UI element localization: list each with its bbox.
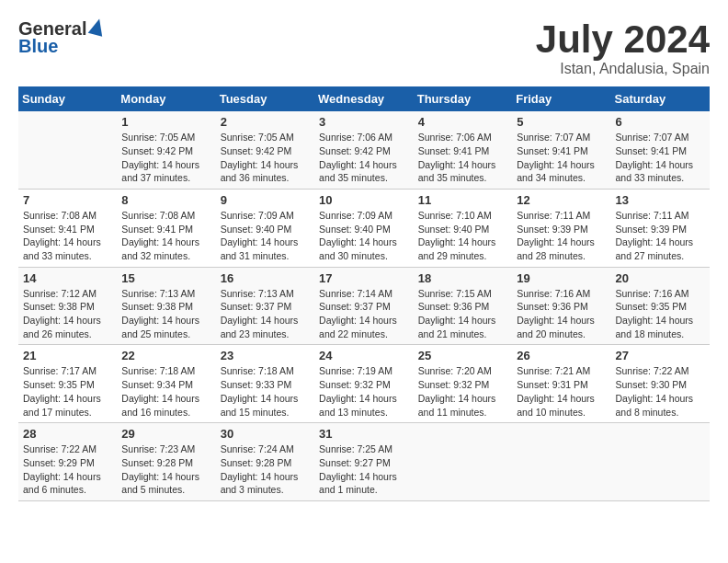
day-info: Sunrise: 7:08 AM Sunset: 9:41 PM Dayligh… [23,209,112,263]
day-info: Sunrise: 7:07 AM Sunset: 9:41 PM Dayligh… [517,131,606,185]
logo-blue-text: Blue [18,36,58,57]
day-number: 9 [221,193,310,207]
weekday-header-saturday: Saturday [610,86,710,111]
day-info: Sunrise: 7:16 AM Sunset: 9:36 PM Dayligh… [517,287,606,341]
day-info: Sunrise: 7:06 AM Sunset: 9:42 PM Dayligh… [319,131,409,185]
weekday-header-thursday: Thursday [414,86,512,111]
calendar-cell: 23Sunrise: 7:18 AM Sunset: 9:33 PM Dayli… [216,345,314,423]
calendar-cell: 4Sunrise: 7:06 AM Sunset: 9:41 PM Daylig… [414,111,512,189]
day-info: Sunrise: 7:09 AM Sunset: 9:40 PM Dayligh… [221,209,310,263]
calendar-cell: 13Sunrise: 7:11 AM Sunset: 9:39 PM Dayli… [610,189,710,267]
title-block: July 2024 Istan, Andalusia, Spain [536,18,710,77]
location-title: Istan, Andalusia, Spain [536,61,710,77]
day-number: 6 [615,115,705,129]
calendar-table: SundayMondayTuesdayWednesdayThursdayFrid… [18,86,710,501]
calendar-cell: 25Sunrise: 7:20 AM Sunset: 9:32 PM Dayli… [414,345,512,423]
day-info: Sunrise: 7:18 AM Sunset: 9:33 PM Dayligh… [221,364,310,419]
calendar-week-row: 7Sunrise: 7:08 AM Sunset: 9:41 PM Daylig… [18,189,710,267]
day-number: 13 [615,193,705,207]
day-number: 7 [23,193,112,207]
calendar-cell: 15Sunrise: 7:13 AM Sunset: 9:38 PM Dayli… [117,267,215,345]
weekday-header-tuesday: Tuesday [216,86,314,111]
day-number: 1 [121,115,210,129]
day-number: 23 [221,349,310,362]
day-info: Sunrise: 7:15 AM Sunset: 9:36 PM Dayligh… [418,287,507,341]
calendar-cell: 9Sunrise: 7:09 AM Sunset: 9:40 PM Daylig… [216,189,314,267]
weekday-header-row: SundayMondayTuesdayWednesdayThursdayFrid… [18,86,710,111]
calendar-week-row: 28Sunrise: 7:22 AM Sunset: 9:29 PM Dayli… [18,423,710,501]
calendar-week-row: 1Sunrise: 7:05 AM Sunset: 9:42 PM Daylig… [18,111,710,189]
day-info: Sunrise: 7:08 AM Sunset: 9:41 PM Dayligh… [121,209,210,263]
day-number: 24 [319,349,409,362]
calendar-cell [512,423,610,501]
logo-icon [88,17,107,37]
day-info: Sunrise: 7:05 AM Sunset: 9:42 PM Dayligh… [121,131,210,185]
calendar-cell: 27Sunrise: 7:22 AM Sunset: 9:30 PM Dayli… [610,345,710,423]
calendar-cell: 6Sunrise: 7:07 AM Sunset: 9:41 PM Daylig… [610,111,710,189]
day-info: Sunrise: 7:21 AM Sunset: 9:31 PM Dayligh… [517,364,606,419]
calendar-cell: 8Sunrise: 7:08 AM Sunset: 9:41 PM Daylig… [117,189,215,267]
weekday-header-wednesday: Wednesday [314,86,414,111]
day-number: 17 [319,271,409,285]
calendar-cell: 29Sunrise: 7:23 AM Sunset: 9:28 PM Dayli… [117,423,215,501]
weekday-header-friday: Friday [512,86,610,111]
calendar-cell: 16Sunrise: 7:13 AM Sunset: 9:37 PM Dayli… [216,267,314,345]
day-number: 14 [23,271,112,285]
day-info: Sunrise: 7:10 AM Sunset: 9:40 PM Dayligh… [418,209,507,263]
calendar-cell: 5Sunrise: 7:07 AM Sunset: 9:41 PM Daylig… [512,111,610,189]
day-number: 28 [23,427,112,441]
calendar-cell: 14Sunrise: 7:12 AM Sunset: 9:38 PM Dayli… [18,267,117,345]
calendar-cell: 31Sunrise: 7:25 AM Sunset: 9:27 PM Dayli… [314,423,414,501]
calendar-cell: 21Sunrise: 7:17 AM Sunset: 9:35 PM Dayli… [18,345,117,423]
day-info: Sunrise: 7:25 AM Sunset: 9:27 PM Dayligh… [319,442,409,497]
calendar-cell: 20Sunrise: 7:16 AM Sunset: 9:35 PM Dayli… [610,267,710,345]
day-number: 2 [221,115,310,129]
calendar-cell: 7Sunrise: 7:08 AM Sunset: 9:41 PM Daylig… [18,189,117,267]
day-info: Sunrise: 7:11 AM Sunset: 9:39 PM Dayligh… [615,209,705,263]
calendar-cell: 18Sunrise: 7:15 AM Sunset: 9:36 PM Dayli… [414,267,512,345]
day-number: 22 [121,349,210,362]
day-info: Sunrise: 7:14 AM Sunset: 9:37 PM Dayligh… [319,287,409,341]
day-number: 8 [121,193,210,207]
calendar-cell: 17Sunrise: 7:14 AM Sunset: 9:37 PM Dayli… [314,267,414,345]
day-number: 21 [23,349,112,362]
day-number: 15 [121,271,210,285]
day-info: Sunrise: 7:13 AM Sunset: 9:38 PM Dayligh… [121,287,210,341]
day-info: Sunrise: 7:16 AM Sunset: 9:35 PM Dayligh… [615,287,705,341]
day-info: Sunrise: 7:18 AM Sunset: 9:34 PM Dayligh… [121,364,210,419]
day-number: 18 [418,271,507,285]
calendar-cell: 26Sunrise: 7:21 AM Sunset: 9:31 PM Dayli… [512,345,610,423]
day-info: Sunrise: 7:22 AM Sunset: 9:30 PM Dayligh… [615,364,705,419]
calendar-cell: 1Sunrise: 7:05 AM Sunset: 9:42 PM Daylig… [117,111,215,189]
day-info: Sunrise: 7:05 AM Sunset: 9:42 PM Dayligh… [221,131,310,185]
logo: General Blue [18,18,104,57]
day-info: Sunrise: 7:07 AM Sunset: 9:41 PM Dayligh… [615,131,705,185]
month-title: July 2024 [536,18,710,61]
calendar-week-row: 14Sunrise: 7:12 AM Sunset: 9:38 PM Dayli… [18,267,710,345]
day-number: 3 [319,115,409,129]
calendar-cell: 3Sunrise: 7:06 AM Sunset: 9:42 PM Daylig… [314,111,414,189]
day-number: 10 [319,193,409,207]
day-number: 29 [121,427,210,441]
day-number: 4 [418,115,507,129]
day-number: 25 [418,349,507,362]
day-number: 26 [517,349,606,362]
day-number: 5 [517,115,606,129]
day-number: 11 [418,193,507,207]
day-info: Sunrise: 7:24 AM Sunset: 9:28 PM Dayligh… [221,442,310,497]
calendar-cell: 22Sunrise: 7:18 AM Sunset: 9:34 PM Dayli… [117,345,215,423]
calendar-cell: 28Sunrise: 7:22 AM Sunset: 9:29 PM Dayli… [18,423,117,501]
day-number: 16 [221,271,310,285]
day-info: Sunrise: 7:23 AM Sunset: 9:28 PM Dayligh… [121,442,210,497]
day-info: Sunrise: 7:09 AM Sunset: 9:40 PM Dayligh… [319,209,409,263]
day-number: 30 [221,427,310,441]
calendar-cell: 19Sunrise: 7:16 AM Sunset: 9:36 PM Dayli… [512,267,610,345]
day-number: 27 [615,349,705,362]
day-number: 20 [615,271,705,285]
day-info: Sunrise: 7:12 AM Sunset: 9:38 PM Dayligh… [23,287,112,341]
calendar-cell: 12Sunrise: 7:11 AM Sunset: 9:39 PM Dayli… [512,189,610,267]
day-info: Sunrise: 7:22 AM Sunset: 9:29 PM Dayligh… [23,442,112,497]
weekday-header-monday: Monday [117,86,215,111]
day-info: Sunrise: 7:11 AM Sunset: 9:39 PM Dayligh… [517,209,606,263]
calendar-cell: 2Sunrise: 7:05 AM Sunset: 9:42 PM Daylig… [216,111,314,189]
